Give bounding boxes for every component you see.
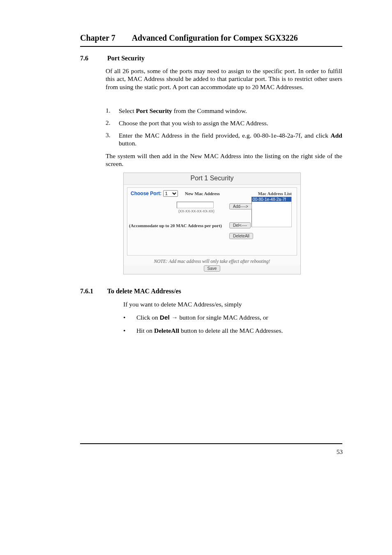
chapter-heading: Chapter 7 Advanced Configuration for Com… [80,33,342,43]
section-title: Port Security [107,55,145,62]
save-button[interactable]: Save [204,265,221,272]
screenshot-note: NOTE: Add mac address will only take eff… [124,257,300,265]
new-mac-address-label: New Mac Address [185,191,220,196]
step-3-post: button. [119,140,137,147]
chapter-title-text: Advanced Configuration for Compex SGX322… [132,33,298,42]
header-rule [80,46,342,47]
step-2-text: Choose the port that you wish to assign … [119,119,342,127]
paragraph-result: The system will then add in the New MAC … [106,152,342,168]
subsection-heading: 7.6.1 To delete MAC Address/es [80,288,342,295]
new-mac-input[interactable] [177,202,214,208]
del-button[interactable]: Del<---- [229,222,251,228]
step-3: 3. Enter the MAC Address in the field pr… [106,131,342,147]
mac-address-list-label: Mac Address List [258,191,292,196]
step-2-num: 2. [106,119,117,127]
section-number: 7.6 [80,55,106,62]
bullet-2: • Hit on DeleteAll button to delete all … [123,327,343,334]
mac-address-list-item[interactable]: 00-80-1e-48-2a-7f [252,197,291,202]
step-2: 2. Choose the port that you wish to assi… [106,119,342,127]
bullet-1: • Click on Del → button for single MAC A… [123,314,343,321]
mac-address-list[interactable]: 00-80-1e-48-2a-7f [251,197,292,227]
mac-format-hint: (XX-XX-XX-XX-XX-XX) [178,209,214,213]
subsection-number: 7.6.1 [80,288,106,295]
choose-port-label: Choose Port: 1 [131,191,178,196]
bullet-2-marker: • [123,327,135,334]
paragraph-intro: Of all 26 ports, some of the ports may n… [106,67,342,91]
add-button[interactable]: Add----> [229,203,252,210]
accommodate-note: (Accommodate up to 20 MAC Address per po… [129,223,222,228]
screenshot-title: Port 1 Security [124,173,300,185]
step-1: 1. Select Port Security from the Command… [106,107,342,115]
choose-port-select[interactable]: 1 [163,190,178,197]
paragraph-delete-intro: If you want to delete MAC Address/es, si… [123,301,343,308]
step-1-pre: Select [119,107,136,114]
subsection-title: To delete MAC Address/es [107,288,181,295]
section-heading: 7.6 Port Security [80,55,342,62]
port-security-screenshot: Port 1 Security Choose Port: 1 New Mac A… [123,173,301,274]
step-3-bold: Add [330,132,342,139]
step-3-num: 3. [106,131,117,139]
bullet-1-pre: Click on [136,314,160,321]
bullet-1-post: button for single MAC Address, or [178,314,268,321]
step-1-post: from the Command window. [172,107,247,114]
bullet-2-bold: DeleteAll [154,327,179,334]
bullet-2-post: button to delete all the MAC Addresses. [179,327,283,334]
bullet-1-marker: • [123,314,135,321]
step-3-pre: Enter the MAC Address in the field provi… [119,132,331,139]
delete-all-button[interactable]: DeleteAll [229,233,253,239]
bullet-1-bold: Del → [160,314,178,321]
step-1-bold: Port Security [136,107,172,114]
chapter-number: Chapter 7 [80,33,115,42]
step-1-num: 1. [106,107,117,114]
footer-rule [80,443,342,444]
bullet-2-pre: Hit on [136,327,154,334]
page-number: 53 [337,449,343,456]
